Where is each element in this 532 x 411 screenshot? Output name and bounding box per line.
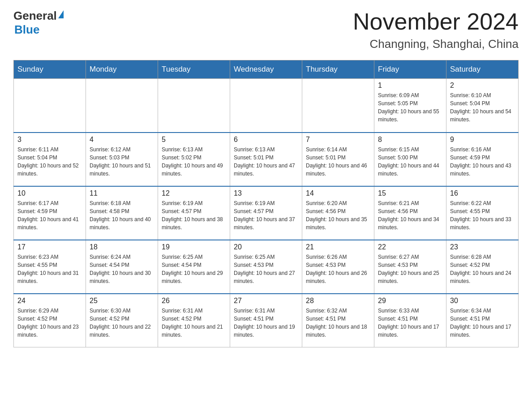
month-title: November 2024 <box>353 9 519 34</box>
calendar-day-cell: 6Sunrise: 6:13 AM Sunset: 5:01 PM Daylig… <box>230 133 302 186</box>
calendar-day-cell <box>230 79 302 133</box>
day-of-week-header: Monday <box>86 60 158 79</box>
day-number: 10 <box>17 189 82 197</box>
day-number: 21 <box>306 243 370 251</box>
calendar-day-cell: 25Sunrise: 6:30 AM Sunset: 4:52 PM Dayli… <box>86 294 158 347</box>
day-of-week-header: Sunday <box>14 60 86 79</box>
day-info: Sunrise: 6:19 AM Sunset: 4:57 PM Dayligh… <box>162 199 226 231</box>
day-number: 8 <box>378 136 442 144</box>
calendar-day-cell: 4Sunrise: 6:12 AM Sunset: 5:03 PM Daylig… <box>86 133 158 186</box>
calendar-day-cell: 21Sunrise: 6:26 AM Sunset: 4:53 PM Dayli… <box>302 240 374 294</box>
calendar-day-cell: 27Sunrise: 6:31 AM Sunset: 4:51 PM Dayli… <box>230 294 302 347</box>
day-of-week-header: Wednesday <box>230 60 302 79</box>
day-number: 2 <box>450 81 515 90</box>
day-number: 1 <box>378 81 442 90</box>
day-number: 24 <box>17 297 82 305</box>
day-info: Sunrise: 6:18 AM Sunset: 4:58 PM Dayligh… <box>90 199 154 231</box>
day-number: 15 <box>378 189 442 197</box>
day-info: Sunrise: 6:10 AM Sunset: 5:04 PM Dayligh… <box>450 91 515 124</box>
day-info: Sunrise: 6:24 AM Sunset: 4:54 PM Dayligh… <box>90 253 154 285</box>
day-info: Sunrise: 6:22 AM Sunset: 4:55 PM Dayligh… <box>450 199 515 231</box>
day-number: 28 <box>306 297 370 305</box>
day-info: Sunrise: 6:34 AM Sunset: 4:51 PM Dayligh… <box>450 307 515 339</box>
calendar-header-row: SundayMondayTuesdayWednesdayThursdayFrid… <box>14 60 519 79</box>
day-number: 30 <box>450 297 515 305</box>
day-info: Sunrise: 6:20 AM Sunset: 4:56 PM Dayligh… <box>306 199 370 231</box>
day-info: Sunrise: 6:23 AM Sunset: 4:55 PM Dayligh… <box>17 253 82 285</box>
calendar-day-cell: 1Sunrise: 6:09 AM Sunset: 5:05 PM Daylig… <box>374 79 446 133</box>
calendar-day-cell: 10Sunrise: 6:17 AM Sunset: 4:59 PM Dayli… <box>14 186 86 240</box>
calendar-day-cell: 29Sunrise: 6:33 AM Sunset: 4:51 PM Dayli… <box>374 294 446 347</box>
calendar-day-cell: 5Sunrise: 6:13 AM Sunset: 5:02 PM Daylig… <box>158 133 230 186</box>
calendar-day-cell: 3Sunrise: 6:11 AM Sunset: 5:04 PM Daylig… <box>14 133 86 186</box>
day-info: Sunrise: 6:16 AM Sunset: 4:59 PM Dayligh… <box>450 146 515 178</box>
day-info: Sunrise: 6:14 AM Sunset: 5:01 PM Dayligh… <box>306 146 370 178</box>
logo-triangle-icon <box>58 10 64 18</box>
day-number: 26 <box>162 297 226 305</box>
day-of-week-header: Tuesday <box>158 60 230 79</box>
day-info: Sunrise: 6:29 AM Sunset: 4:52 PM Dayligh… <box>17 307 82 339</box>
day-number: 9 <box>450 136 515 144</box>
calendar-table: SundayMondayTuesdayWednesdayThursdayFrid… <box>13 60 519 347</box>
day-info: Sunrise: 6:12 AM Sunset: 5:03 PM Dayligh… <box>90 146 154 178</box>
calendar-day-cell: 2Sunrise: 6:10 AM Sunset: 5:04 PM Daylig… <box>446 79 519 133</box>
calendar-day-cell: 19Sunrise: 6:25 AM Sunset: 4:54 PM Dayli… <box>158 240 230 294</box>
day-number: 29 <box>378 297 442 305</box>
day-number: 23 <box>450 243 515 251</box>
day-number: 18 <box>90 243 154 251</box>
calendar-day-cell: 24Sunrise: 6:29 AM Sunset: 4:52 PM Dayli… <box>14 294 86 347</box>
calendar-week-row: 10Sunrise: 6:17 AM Sunset: 4:59 PM Dayli… <box>14 186 519 240</box>
logo: General Blue <box>13 9 64 37</box>
day-info: Sunrise: 6:33 AM Sunset: 4:51 PM Dayligh… <box>378 307 442 339</box>
day-info: Sunrise: 6:25 AM Sunset: 4:54 PM Dayligh… <box>162 253 226 285</box>
day-number: 13 <box>234 189 298 197</box>
day-info: Sunrise: 6:32 AM Sunset: 4:51 PM Dayligh… <box>306 307 370 339</box>
calendar-day-cell <box>14 79 86 133</box>
day-info: Sunrise: 6:26 AM Sunset: 4:53 PM Dayligh… <box>306 253 370 285</box>
logo-general: General <box>13 9 57 23</box>
day-number: 20 <box>234 243 298 251</box>
calendar-week-row: 17Sunrise: 6:23 AM Sunset: 4:55 PM Dayli… <box>14 240 519 294</box>
logo-blue: Blue <box>14 23 39 37</box>
day-number: 14 <box>306 189 370 197</box>
calendar-week-row: 24Sunrise: 6:29 AM Sunset: 4:52 PM Dayli… <box>14 294 519 347</box>
day-info: Sunrise: 6:11 AM Sunset: 5:04 PM Dayligh… <box>17 146 82 178</box>
day-number: 12 <box>162 189 226 197</box>
day-number: 11 <box>90 189 154 197</box>
calendar-week-row: 1Sunrise: 6:09 AM Sunset: 5:05 PM Daylig… <box>14 79 519 133</box>
calendar-day-cell: 15Sunrise: 6:21 AM Sunset: 4:56 PM Dayli… <box>374 186 446 240</box>
day-info: Sunrise: 6:27 AM Sunset: 4:53 PM Dayligh… <box>378 253 442 285</box>
calendar-day-cell: 12Sunrise: 6:19 AM Sunset: 4:57 PM Dayli… <box>158 186 230 240</box>
calendar-day-cell: 16Sunrise: 6:22 AM Sunset: 4:55 PM Dayli… <box>446 186 519 240</box>
day-info: Sunrise: 6:28 AM Sunset: 4:52 PM Dayligh… <box>450 253 515 285</box>
location-title: Changning, Shanghai, China <box>353 37 519 51</box>
day-of-week-header: Saturday <box>446 60 519 79</box>
title-area: November 2024 Changning, Shanghai, China <box>353 9 519 51</box>
day-number: 4 <box>90 136 154 144</box>
calendar-day-cell <box>158 79 230 133</box>
calendar-day-cell: 22Sunrise: 6:27 AM Sunset: 4:53 PM Dayli… <box>374 240 446 294</box>
calendar-day-cell: 26Sunrise: 6:31 AM Sunset: 4:52 PM Dayli… <box>158 294 230 347</box>
day-info: Sunrise: 6:25 AM Sunset: 4:53 PM Dayligh… <box>234 253 298 285</box>
day-info: Sunrise: 6:17 AM Sunset: 4:59 PM Dayligh… <box>17 199 82 231</box>
day-of-week-header: Thursday <box>302 60 374 79</box>
calendar-day-cell <box>302 79 374 133</box>
day-number: 17 <box>17 243 82 251</box>
calendar-day-cell: 13Sunrise: 6:19 AM Sunset: 4:57 PM Dayli… <box>230 186 302 240</box>
day-number: 27 <box>234 297 298 305</box>
day-number: 7 <box>306 136 370 144</box>
header: General Blue November 2024 Changning, Sh… <box>13 9 519 51</box>
calendar-day-cell: 23Sunrise: 6:28 AM Sunset: 4:52 PM Dayli… <box>446 240 519 294</box>
day-number: 16 <box>450 189 515 197</box>
day-number: 6 <box>234 136 298 144</box>
calendar-day-cell: 30Sunrise: 6:34 AM Sunset: 4:51 PM Dayli… <box>446 294 519 347</box>
calendar-day-cell: 18Sunrise: 6:24 AM Sunset: 4:54 PM Dayli… <box>86 240 158 294</box>
calendar-day-cell: 14Sunrise: 6:20 AM Sunset: 4:56 PM Dayli… <box>302 186 374 240</box>
calendar-day-cell <box>86 79 158 133</box>
day-info: Sunrise: 6:13 AM Sunset: 5:02 PM Dayligh… <box>162 146 226 178</box>
day-info: Sunrise: 6:21 AM Sunset: 4:56 PM Dayligh… <box>378 199 442 231</box>
calendar-day-cell: 20Sunrise: 6:25 AM Sunset: 4:53 PM Dayli… <box>230 240 302 294</box>
calendar-day-cell: 11Sunrise: 6:18 AM Sunset: 4:58 PM Dayli… <box>86 186 158 240</box>
day-info: Sunrise: 6:09 AM Sunset: 5:05 PM Dayligh… <box>378 91 442 124</box>
calendar-day-cell: 7Sunrise: 6:14 AM Sunset: 5:01 PM Daylig… <box>302 133 374 186</box>
